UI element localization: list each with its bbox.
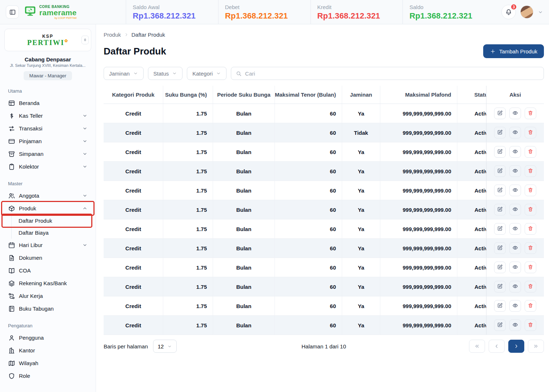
sidebar-item-hari-libur[interactable]: Hari Libur [4, 239, 91, 251]
filter-status-dropdown[interactable]: Status [148, 67, 183, 80]
edit-button[interactable] [494, 108, 506, 119]
cell-tenor: 60 [275, 258, 342, 277]
breadcrumb-produk[interactable]: Produk [104, 32, 121, 38]
rows-per-page-select[interactable]: 12 [153, 340, 177, 353]
delete-button[interactable] [525, 281, 536, 292]
card-icon [8, 138, 15, 145]
edit-button[interactable] [494, 165, 506, 177]
delete-button[interactable] [525, 242, 536, 254]
view-button[interactable] [509, 127, 521, 138]
delete-button[interactable] [525, 300, 536, 312]
view-button[interactable] [509, 300, 521, 312]
sidebar-item-simpanan[interactable]: Simpanan [4, 147, 91, 160]
cell-suku_bunga: 1.75 [163, 181, 213, 200]
sidebar-item-wilayah[interactable]: Wilayah [4, 357, 91, 369]
cell-plafond: 999,999,999,999.00 [380, 142, 457, 161]
edit-button[interactable] [494, 262, 506, 273]
filter-jaminan-dropdown[interactable]: Jaminan [104, 67, 144, 80]
sidebar-toggle-button[interactable] [6, 5, 19, 19]
edit-button[interactable] [494, 185, 506, 196]
view-button[interactable] [509, 146, 521, 158]
view-button[interactable] [509, 242, 521, 254]
sidebar-item-pengguna[interactable]: Pengguna [4, 331, 91, 344]
edit-button[interactable] [494, 300, 506, 312]
profile-chevron-down-icon[interactable] [538, 9, 543, 15]
sidebar-item-coa[interactable]: COA [4, 264, 91, 277]
sidebar-collapse-button[interactable] [81, 36, 89, 44]
tambah-produk-button[interactable]: Tambah Produk [483, 44, 544, 58]
delete-button[interactable] [525, 108, 536, 119]
sidebar-item-label: Kantor [19, 347, 35, 353]
delete-button[interactable] [525, 165, 536, 177]
edit-button[interactable] [494, 223, 506, 235]
sidebar-item-dokumen[interactable]: Dokumen [4, 251, 91, 264]
filter-kategori-dropdown[interactable]: Kategori [187, 67, 227, 80]
sub-list: Daftar Produk Daftar Biaya [11, 215, 91, 239]
edit-button[interactable] [494, 319, 506, 331]
first-page-button[interactable] [469, 340, 485, 353]
eye-icon [512, 110, 518, 117]
chevron-down-icon [133, 71, 138, 76]
edit-button[interactable] [494, 146, 506, 158]
sidebar-item-kolektor[interactable]: Kolektor [4, 160, 91, 173]
delete-button[interactable] [525, 127, 536, 138]
file-icon [8, 254, 15, 262]
stat-label: Saldo Awal [133, 4, 212, 10]
sidebar-item-beranda[interactable]: Beranda [4, 97, 91, 109]
delete-button[interactable] [525, 204, 536, 215]
row-actions [486, 142, 544, 161]
cell-kategori: Credit [104, 239, 163, 258]
sidebar-item-pinjaman[interactable]: Pinjaman [4, 135, 91, 147]
sidebar-logo-card: KSP PERTIWI✿ [4, 29, 91, 51]
next-page-button[interactable] [508, 340, 524, 353]
view-button[interactable] [509, 281, 521, 292]
logo-ksp-text: KSP [42, 34, 53, 39]
edit-button[interactable] [494, 281, 506, 292]
sidebar-item-transaksi[interactable]: Transaksi [4, 122, 91, 135]
search-input[interactable] [245, 70, 539, 77]
sidebar-item-role[interactable]: Role [4, 369, 91, 382]
chevron-down-icon [82, 164, 88, 169]
view-button[interactable] [509, 262, 521, 273]
view-button[interactable] [509, 223, 521, 235]
sidebar-item-rekening-kas-bank[interactable]: Rekening Kas/Bank [4, 277, 91, 290]
cell-kategori: Credit [104, 104, 163, 123]
edit-button[interactable] [494, 242, 506, 254]
delete-button[interactable] [525, 262, 536, 273]
delete-button[interactable] [525, 223, 536, 235]
sidebar-item-alur-kerja[interactable]: Alur Kerja [4, 290, 91, 302]
view-button[interactable] [509, 319, 521, 331]
view-button[interactable] [509, 204, 521, 215]
sidebar-subitem-daftar-produk[interactable]: Daftar Produk [3, 215, 91, 227]
cell-jaminan: Ya [342, 296, 380, 315]
avatar[interactable] [520, 5, 533, 19]
delete-button[interactable] [525, 185, 536, 196]
chevron-down-icon [82, 113, 88, 118]
sidebar-item-produk[interactable]: Produk [2, 202, 93, 215]
sidebar-item-anggota[interactable]: Anggota [4, 189, 91, 202]
cell-jaminan: Ya [342, 162, 380, 181]
delete-button[interactable] [525, 146, 536, 158]
prev-page-button[interactable] [489, 340, 505, 353]
cell-periode: Bulan [213, 258, 275, 277]
sidebar-item-buku-tabugan[interactable]: Buku Tabugan [4, 302, 91, 315]
last-page-button[interactable] [528, 340, 544, 353]
breadcrumb-current: Daftar Produk [132, 32, 165, 38]
notifications-button[interactable]: 3 [501, 5, 516, 19]
table-row: Credit1.75Bulan60Ya999,999,999,999.00Act… [104, 316, 544, 335]
view-button[interactable] [509, 185, 521, 196]
edit-icon [497, 322, 503, 329]
sidebar-item-kas-teller[interactable]: Kas Teller [4, 109, 91, 122]
delete-button[interactable] [525, 319, 536, 331]
cell-periode: Bulan [213, 316, 275, 335]
edit-button[interactable] [494, 204, 506, 215]
edit-button[interactable] [494, 127, 506, 138]
view-button[interactable] [509, 165, 521, 177]
sidebar-subitem-daftar-biaya[interactable]: Daftar Biaya [12, 227, 91, 239]
trash-icon [528, 226, 533, 233]
chevron-down-icon [82, 242, 88, 248]
sidebar-item-label: Beranda [19, 100, 40, 106]
view-button[interactable] [509, 108, 521, 119]
page-info: Halaman 1 dari 10 [301, 343, 346, 349]
sidebar-item-kantor[interactable]: Kantor [4, 344, 91, 357]
